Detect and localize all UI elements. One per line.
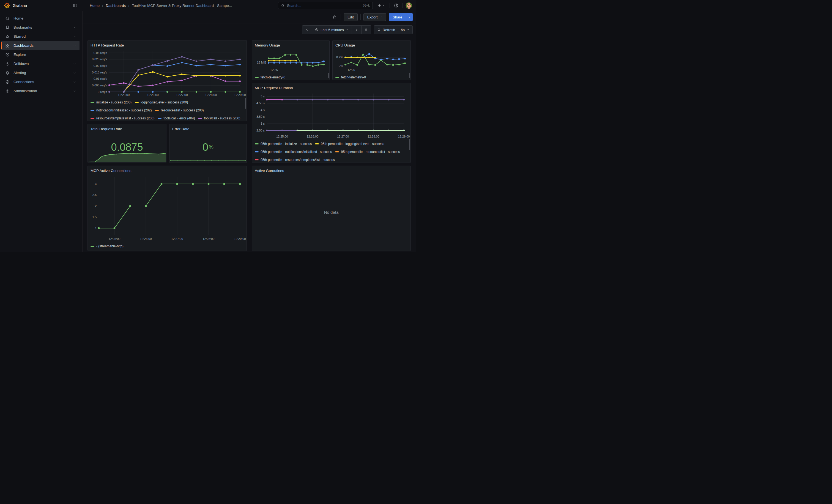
export-button[interactable]: Export	[363, 13, 386, 21]
mcp-request-duration-chart[interactable]: 2.50 s3 s3.50 s4 s4.50 s5 s12:25:0012:26…	[255, 92, 408, 139]
legend-item[interactable]: 95th percentile - notifications/initiali…	[255, 150, 332, 154]
refresh-button[interactable]: Refresh	[374, 26, 398, 34]
sidebar-item-connections[interactable]: Connections	[1, 77, 79, 86]
legend-item[interactable]: fetch-telemetry-0	[255, 75, 285, 80]
chevron-down-icon	[73, 62, 76, 65]
sidebar-item-drilldown[interactable]: Drilldown	[1, 59, 79, 68]
legend-item[interactable]: initialize - success (200)	[90, 100, 131, 105]
svg-text:12:25: 12:25	[270, 68, 278, 72]
legend-item[interactable]: resources/list - success (200)	[155, 108, 204, 112]
sidebar-item-starred[interactable]: Starred	[1, 32, 79, 41]
main-content: Edit Export Share Last 5 minutes	[82, 11, 416, 252]
breadcrumb-separator: ›	[128, 4, 129, 8]
legend-scrollbar[interactable]	[328, 73, 329, 78]
search-icon	[281, 4, 285, 7]
stat-value-wrap: 0.0875	[88, 132, 166, 163]
panel-title[interactable]: HTTP Request Rate	[90, 43, 244, 49]
memory-usage-chart[interactable]: 16 MiB12:25	[255, 49, 327, 72]
legend-label: resources/list - success (200)	[161, 108, 204, 112]
time-shift-back-button[interactable]	[302, 26, 312, 34]
chevron-down-icon	[346, 28, 349, 32]
sidebar-item-dashboards[interactable]: Dashboards	[1, 41, 79, 50]
panel-title[interactable]: MCP Request Duration	[255, 85, 408, 92]
sidebar-item-explore[interactable]: Explore	[1, 50, 79, 59]
breadcrumb-item: ToolHive MCP Server & Proxy Runner Dashb…	[132, 4, 232, 8]
legend-item[interactable]: 95th percentile - resources/list - succe…	[335, 150, 400, 154]
mcp-active-connections-chart[interactable]: 11.522.5312:25:0012:26:0012:27:0012:28:0…	[90, 175, 244, 241]
panel-title[interactable]: Memory Usage	[255, 43, 327, 49]
grafana-logo-icon	[4, 2, 10, 8]
sidebar-item-home[interactable]: Home	[1, 14, 79, 23]
sidebar-item-administration[interactable]: Administration	[1, 86, 79, 96]
stat-value-wrap: 0 %	[170, 132, 246, 163]
legend-label: notifications/initialized - success (202…	[96, 108, 152, 112]
brand-name: Grafana	[12, 3, 72, 8]
svg-text:0.005 req/s: 0.005 req/s	[92, 84, 107, 87]
panel-title[interactable]: CPU Usage	[335, 43, 408, 49]
legend-color-pill	[90, 246, 94, 247]
add-button[interactable]	[375, 3, 387, 8]
legend-item[interactable]: - (streamable-http)	[90, 244, 124, 248]
no-data-message: No data	[252, 174, 411, 250]
legend-scrollbar[interactable]	[409, 139, 410, 150]
svg-text:12:25:00: 12:25:00	[276, 135, 288, 138]
panel-active-goroutines: Active Goroutines No data	[252, 166, 411, 251]
http-request-rate-chart[interactable]: 0 req/s0.005 req/s0.01 req/s0.015 req/s0…	[90, 49, 244, 97]
legend-item[interactable]: 95th percentile - resources/templates/li…	[255, 158, 335, 162]
legend-item[interactable]: 95th percentile - logging/setLevel - suc…	[315, 142, 384, 146]
legend-item[interactable]: fetch-telemetry-0	[335, 75, 366, 80]
compass-icon	[5, 52, 10, 57]
sidebar-item-label: Starred	[14, 34, 73, 38]
legend-item[interactable]: tools/call - success (200)	[198, 116, 240, 121]
legend-color-pill	[198, 118, 202, 119]
chevron-down-icon	[73, 44, 76, 47]
legend-item[interactable]: 95th percentile - initialize - success	[255, 142, 312, 146]
legend-color-pill	[135, 102, 139, 103]
chevron-down-icon	[382, 4, 385, 8]
sidebar-item-alerting[interactable]: Alerting	[1, 68, 79, 77]
panel-mcp-request-duration: MCP Request Duration 2.50 s3 s3.50 s4 s4…	[252, 83, 411, 163]
legend-item[interactable]: tools/call - error (404)	[158, 116, 195, 121]
favorite-star-button[interactable]	[331, 14, 338, 21]
svg-text:1.5: 1.5	[93, 215, 97, 219]
legend-label: tools/call - success (200)	[204, 116, 240, 121]
legend-scrollbar[interactable]	[245, 98, 246, 109]
search-input[interactable]: Search... ⌘+k	[278, 2, 373, 9]
chevron-left-icon	[305, 28, 309, 32]
legend-item[interactable]: logging/setLevel - success (200)	[135, 100, 188, 105]
svg-text:12:27:00: 12:27:00	[337, 135, 349, 138]
legend-label: 95th percentile - notifications/initiali…	[261, 150, 332, 154]
sidebar-item-bookmarks[interactable]: Bookmarks	[1, 23, 79, 32]
help-button[interactable]	[393, 2, 400, 9]
legend-color-pill	[255, 151, 259, 152]
svg-text:1: 1	[95, 227, 97, 230]
legend-label: logging/setLevel - success (200)	[140, 100, 188, 105]
time-range-picker[interactable]: Last 5 minutes	[312, 26, 352, 34]
legend-color-pill	[315, 143, 319, 144]
chart-legend: fetch-telemetry-0	[255, 74, 327, 81]
cpu-usage-chart[interactable]: 0%0.2%12:25	[335, 49, 408, 72]
time-shift-forward-button[interactable]	[352, 26, 361, 34]
topbar-right: Search... ⌘+k	[278, 2, 416, 9]
chevron-down-icon	[379, 15, 382, 19]
share-split-button: Share	[389, 13, 413, 21]
svg-text:5 s: 5 s	[261, 95, 265, 98]
refresh-interval-picker[interactable]: 5s	[398, 26, 412, 34]
chevron-down-icon	[73, 89, 76, 93]
legend-item[interactable]: resources/templates/list - success (200)	[90, 116, 154, 121]
zoom-out-button[interactable]	[361, 26, 371, 34]
share-menu-button[interactable]	[406, 13, 413, 21]
chevron-down-icon	[408, 16, 411, 19]
sidebar-toggle-button[interactable]	[72, 2, 79, 9]
legend-scrollbar[interactable]	[409, 73, 410, 78]
breadcrumb-item[interactable]: Home	[90, 4, 100, 8]
breadcrumb-item[interactable]: Dashboards	[106, 4, 126, 8]
panel-title[interactable]: MCP Active Connections	[90, 168, 244, 175]
profile-avatar[interactable]	[406, 2, 412, 9]
clock-icon	[315, 28, 319, 32]
legend-item[interactable]: notifications/initialized - success (202…	[90, 108, 152, 112]
edit-button[interactable]: Edit	[344, 13, 357, 21]
legend-label: initialize - success (200)	[96, 100, 131, 105]
gear-icon	[5, 88, 10, 94]
share-button[interactable]: Share	[389, 13, 406, 21]
